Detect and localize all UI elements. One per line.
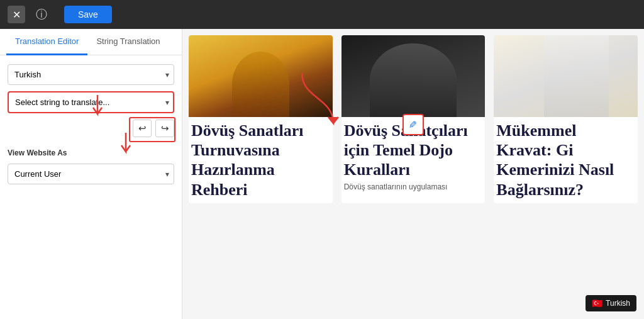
undo-button[interactable]: ↩ [133, 120, 152, 137]
article-body-1: Dövüş Sanatları Turnuvasına Hazırlanma R… [189, 117, 333, 203]
content-area: Dövüş Sanatları Turnuvasına Hazırlanma R… [182, 29, 644, 319]
edit-icon-button[interactable] [402, 114, 424, 135]
view-website-label: View Website As [8, 148, 174, 157]
language-badge-label: Turkish [606, 299, 630, 308]
sidebar: Translation Editor String Translation Tu… [0, 29, 182, 319]
user-select[interactable]: Current User Guest Admin [8, 164, 174, 184]
article-card-3: Mükemmel Kravat: Gi Kemerinizi Nasıl Bağ… [494, 35, 638, 203]
articles-grid: Dövüş Sanatları Turnuvasına Hazırlanma R… [189, 35, 638, 203]
sidebar-content: Turkish English Spanish French German ▾ … [0, 55, 182, 193]
tab-string-translation[interactable]: String Translation [87, 29, 169, 55]
article-title-1: Dövüş Sanatları Turnuvasına Hazırlanma R… [191, 121, 330, 199]
article-card-1: Dövüş Sanatları Turnuvasına Hazırlanma R… [189, 35, 333, 203]
string-select[interactable]: Select string to translate... [8, 91, 174, 113]
language-badge: 🇹🇷 Turkish [586, 295, 636, 311]
article-title-3: Mükemmel Kravat: Gi Kemerinizi Nasıl Bağ… [496, 121, 635, 199]
article-image-1 [189, 35, 333, 117]
user-select-wrapper: Current User Guest Admin ▾ [8, 164, 174, 184]
flag-icon: 🇹🇷 [592, 298, 602, 308]
article-body-3: Mükemmel Kravat: Gi Kemerinizi Nasıl Bağ… [494, 117, 638, 203]
info-icon: ⓘ [36, 7, 47, 22]
redo-button[interactable]: ↪ [155, 120, 174, 137]
tab-translation-editor[interactable]: Translation Editor [6, 29, 87, 55]
top-bar: ✕ ⓘ Save [0, 0, 644, 29]
article-excerpt-2: Dövüş sanatlarının uygulaması [344, 182, 483, 191]
article-image-2 [341, 35, 486, 117]
close-icon: ✕ [13, 9, 21, 21]
string-select-wrapper: Select string to translate... ▾ [8, 91, 174, 113]
info-button[interactable]: ⓘ [33, 6, 50, 23]
undo-redo-row: ↩ ↪ [8, 120, 174, 137]
main-layout: Translation Editor String Translation Tu… [0, 29, 644, 319]
close-button[interactable]: ✕ [8, 6, 25, 23]
article-card-2: Dövüş Sanatçıları için Temel Dojo Kurall… [341, 35, 486, 203]
language-select[interactable]: Turkish English Spanish French German [8, 64, 174, 85]
save-button[interactable]: Save [64, 6, 112, 23]
tab-bar: Translation Editor String Translation [0, 29, 182, 55]
language-select-wrapper: Turkish English Spanish French German ▾ [8, 64, 174, 85]
article-image-3 [494, 35, 638, 117]
